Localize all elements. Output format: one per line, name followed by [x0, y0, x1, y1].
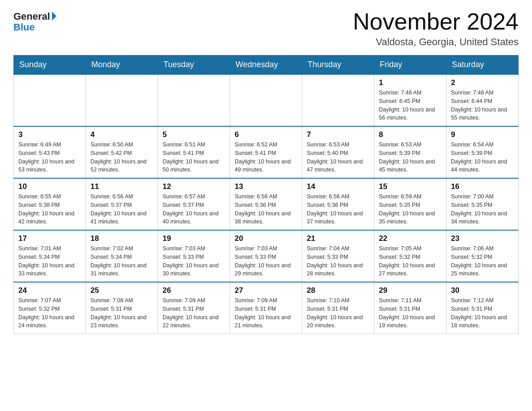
- day-number: 22: [379, 234, 442, 243]
- day-number: 10: [18, 182, 81, 191]
- day-number: 11: [90, 182, 153, 191]
- day-number: 20: [235, 234, 297, 243]
- calendar-cell: 25Sunrise: 7:08 AMSunset: 5:31 PMDayligh…: [86, 282, 158, 334]
- calendar-cell: [86, 74, 158, 126]
- calendar-week-row: 24Sunrise: 7:07 AMSunset: 5:32 PMDayligh…: [14, 282, 519, 334]
- calendar-week-row: 17Sunrise: 7:01 AMSunset: 5:34 PMDayligh…: [14, 230, 519, 282]
- day-info: Sunrise: 6:56 AMSunset: 5:37 PMDaylight:…: [90, 193, 153, 226]
- calendar-week-row: 3Sunrise: 6:49 AMSunset: 5:43 PMDaylight…: [14, 126, 519, 178]
- logo: General Blue: [13, 12, 56, 33]
- calendar-cell: 24Sunrise: 7:07 AMSunset: 5:32 PMDayligh…: [14, 282, 86, 334]
- day-info: Sunrise: 7:09 AMSunset: 5:31 PMDaylight:…: [163, 296, 225, 330]
- day-info: Sunrise: 6:57 AMSunset: 5:37 PMDaylight:…: [163, 193, 225, 226]
- day-info: Sunrise: 6:54 AMSunset: 5:39 PMDaylight:…: [451, 141, 514, 174]
- logo-general-text: General: [13, 12, 50, 21]
- day-number: 5: [163, 130, 225, 139]
- day-of-week-header: Saturday: [446, 56, 519, 75]
- calendar-cell: 30Sunrise: 7:12 AMSunset: 5:31 PMDayligh…: [446, 282, 519, 334]
- location-subtitle: Valdosta, Georgia, United States: [353, 36, 519, 48]
- calendar-cell: [158, 74, 230, 126]
- day-of-week-header: Tuesday: [158, 56, 230, 75]
- calendar-cell: 8Sunrise: 6:53 AMSunset: 5:39 PMDaylight…: [374, 126, 446, 178]
- day-info: Sunrise: 6:53 AMSunset: 5:39 PMDaylight:…: [379, 141, 442, 174]
- calendar-cell: 13Sunrise: 6:58 AMSunset: 5:36 PMDayligh…: [230, 178, 302, 230]
- day-info: Sunrise: 7:48 AMSunset: 6:45 PMDaylight:…: [379, 89, 442, 122]
- calendar-cell: 3Sunrise: 6:49 AMSunset: 5:43 PMDaylight…: [14, 126, 86, 178]
- calendar-cell: 15Sunrise: 6:59 AMSunset: 5:35 PMDayligh…: [374, 178, 446, 230]
- day-number: 16: [451, 182, 514, 191]
- calendar-cell: 12Sunrise: 6:57 AMSunset: 5:37 PMDayligh…: [158, 178, 230, 230]
- title-block: November 2024 Valdosta, Georgia, United …: [353, 9, 519, 48]
- day-info: Sunrise: 6:49 AMSunset: 5:43 PMDaylight:…: [18, 141, 81, 174]
- day-info: Sunrise: 6:55 AMSunset: 5:38 PMDaylight:…: [18, 193, 81, 226]
- calendar-cell: 5Sunrise: 6:51 AMSunset: 5:41 PMDaylight…: [158, 126, 230, 178]
- calendar-cell: 28Sunrise: 7:10 AMSunset: 5:31 PMDayligh…: [302, 282, 374, 334]
- calendar-cell: 22Sunrise: 7:05 AMSunset: 5:32 PMDayligh…: [374, 230, 446, 282]
- day-number: 4: [90, 130, 153, 139]
- calendar-week-row: 10Sunrise: 6:55 AMSunset: 5:38 PMDayligh…: [14, 178, 519, 230]
- day-info: Sunrise: 6:59 AMSunset: 5:35 PMDaylight:…: [379, 193, 442, 226]
- calendar-cell: 26Sunrise: 7:09 AMSunset: 5:31 PMDayligh…: [158, 282, 230, 334]
- logo-blue-text: Blue: [13, 21, 35, 33]
- calendar-cell: 9Sunrise: 6:54 AMSunset: 5:39 PMDaylight…: [446, 126, 519, 178]
- day-number: 6: [235, 130, 297, 139]
- page-header: General Blue November 2024 Valdosta, Geo…: [13, 9, 519, 48]
- day-info: Sunrise: 7:12 AMSunset: 5:31 PMDaylight:…: [451, 296, 514, 330]
- calendar-cell: 1Sunrise: 7:48 AMSunset: 6:45 PMDaylight…: [374, 74, 446, 126]
- calendar-cell: 23Sunrise: 7:06 AMSunset: 5:32 PMDayligh…: [446, 230, 519, 282]
- day-of-week-header: Monday: [86, 56, 158, 75]
- calendar-cell: [230, 74, 302, 126]
- day-number: 8: [379, 130, 442, 139]
- day-info: Sunrise: 6:52 AMSunset: 5:41 PMDaylight:…: [235, 141, 297, 174]
- calendar-cell: 14Sunrise: 6:58 AMSunset: 5:36 PMDayligh…: [302, 178, 374, 230]
- day-number: 7: [307, 130, 369, 139]
- day-info: Sunrise: 7:06 AMSunset: 5:32 PMDaylight:…: [451, 244, 514, 278]
- day-number: 18: [90, 234, 153, 243]
- day-info: Sunrise: 6:51 AMSunset: 5:41 PMDaylight:…: [163, 141, 225, 174]
- day-info: Sunrise: 7:00 AMSunset: 5:35 PMDaylight:…: [451, 193, 514, 226]
- calendar-cell: 27Sunrise: 7:09 AMSunset: 5:31 PMDayligh…: [230, 282, 302, 334]
- day-number: 29: [379, 286, 442, 295]
- day-number: 23: [451, 234, 514, 243]
- calendar-cell: 6Sunrise: 6:52 AMSunset: 5:41 PMDaylight…: [230, 126, 302, 178]
- day-info: Sunrise: 6:50 AMSunset: 5:42 PMDaylight:…: [90, 141, 153, 174]
- day-number: 26: [163, 286, 225, 295]
- calendar-cell: 16Sunrise: 7:00 AMSunset: 5:35 PMDayligh…: [446, 178, 519, 230]
- calendar-cell: [302, 74, 374, 126]
- day-info: Sunrise: 7:03 AMSunset: 5:33 PMDaylight:…: [163, 244, 225, 278]
- day-info: Sunrise: 7:04 AMSunset: 5:33 PMDaylight:…: [307, 244, 369, 278]
- calendar-cell: 29Sunrise: 7:11 AMSunset: 5:31 PMDayligh…: [374, 282, 446, 334]
- day-number: 30: [451, 286, 514, 295]
- day-of-week-header: Wednesday: [230, 56, 302, 75]
- day-of-week-header: Friday: [374, 56, 446, 75]
- day-number: 24: [18, 286, 81, 295]
- day-info: Sunrise: 6:53 AMSunset: 5:40 PMDaylight:…: [307, 141, 369, 174]
- day-number: 27: [235, 286, 297, 295]
- calendar-cell: 20Sunrise: 7:03 AMSunset: 5:33 PMDayligh…: [230, 230, 302, 282]
- day-number: 12: [163, 182, 225, 191]
- day-number: 14: [307, 182, 369, 191]
- calendar-cell: 11Sunrise: 6:56 AMSunset: 5:37 PMDayligh…: [86, 178, 158, 230]
- calendar-cell: 18Sunrise: 7:02 AMSunset: 5:34 PMDayligh…: [86, 230, 158, 282]
- day-number: 28: [307, 286, 369, 295]
- day-info: Sunrise: 7:09 AMSunset: 5:31 PMDaylight:…: [235, 296, 297, 330]
- day-number: 15: [379, 182, 442, 191]
- day-info: Sunrise: 7:10 AMSunset: 5:31 PMDaylight:…: [307, 296, 369, 330]
- day-number: 13: [235, 182, 297, 191]
- day-number: 2: [451, 78, 514, 87]
- day-info: Sunrise: 6:58 AMSunset: 5:36 PMDaylight:…: [307, 193, 369, 226]
- day-of-week-header: Sunday: [14, 56, 86, 75]
- day-number: 21: [307, 234, 369, 243]
- day-info: Sunrise: 7:08 AMSunset: 5:31 PMDaylight:…: [90, 296, 153, 330]
- day-number: 3: [18, 130, 81, 139]
- day-info: Sunrise: 7:05 AMSunset: 5:32 PMDaylight:…: [379, 244, 442, 278]
- calendar-cell: 21Sunrise: 7:04 AMSunset: 5:33 PMDayligh…: [302, 230, 374, 282]
- day-info: Sunrise: 7:07 AMSunset: 5:32 PMDaylight:…: [18, 296, 81, 330]
- calendar-cell: 10Sunrise: 6:55 AMSunset: 5:38 PMDayligh…: [14, 178, 86, 230]
- day-number: 9: [451, 130, 514, 139]
- month-year-title: November 2024: [353, 9, 519, 34]
- calendar-cell: 7Sunrise: 6:53 AMSunset: 5:40 PMDaylight…: [302, 126, 374, 178]
- calendar-week-row: 1Sunrise: 7:48 AMSunset: 6:45 PMDaylight…: [14, 74, 519, 126]
- calendar-table: SundayMondayTuesdayWednesdayThursdayFrid…: [13, 55, 519, 334]
- day-number: 19: [163, 234, 225, 243]
